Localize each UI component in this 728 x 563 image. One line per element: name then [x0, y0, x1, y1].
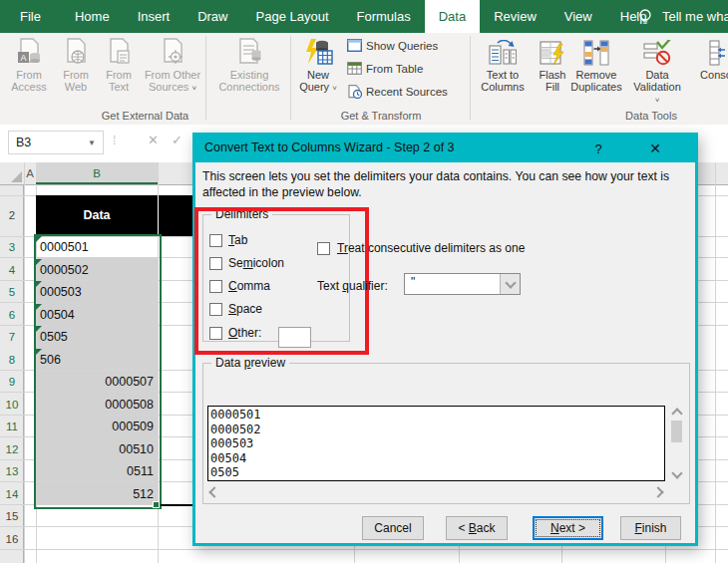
- text-qualifier-value: ": [411, 275, 415, 289]
- tab-review[interactable]: Review: [480, 0, 550, 33]
- from-table-button[interactable]: From Table: [347, 62, 423, 75]
- group-label-get-transform: Get & Transform: [292, 110, 470, 122]
- tab-data[interactable]: Data: [425, 0, 480, 33]
- scroll-down-icon[interactable]: [671, 467, 682, 478]
- column-header-a[interactable]: A: [24, 162, 36, 184]
- row-headers-selected: 3 4 5 6 7 8 9 10 11 12 13 14: [0, 236, 24, 505]
- preview-line: 00504: [210, 451, 662, 466]
- new-query-button[interactable]: New Query ˅: [295, 36, 341, 95]
- next-button[interactable]: Next >: [533, 516, 603, 540]
- data-validation-button[interactable]: Data Validation ˅: [630, 36, 684, 107]
- row-header-11[interactable]: 11: [0, 416, 24, 438]
- row-header-9[interactable]: 9: [0, 371, 24, 394]
- row-header-6[interactable]: 6: [0, 304, 24, 327]
- cancel-button[interactable]: Cancel: [362, 516, 424, 540]
- preview-vertical-scrollbar[interactable]: [669, 406, 684, 481]
- text-to-columns-label: Text to Columns: [477, 69, 529, 93]
- from-text-label: From Text: [98, 69, 140, 93]
- from-table-label: From Table: [366, 63, 423, 75]
- from-text-button[interactable]: From Text: [98, 36, 140, 93]
- fill-handle[interactable]: [153, 501, 160, 508]
- scroll-left-icon[interactable]: [208, 486, 219, 497]
- consolidate-button[interactable]: Conso: [688, 36, 728, 81]
- recent-sources-button[interactable]: Recent Sources: [347, 85, 448, 99]
- row-header-12[interactable]: 12: [0, 438, 24, 461]
- row-header-7[interactable]: 7: [0, 326, 24, 349]
- from-other-sources-icon: [161, 36, 184, 66]
- tab-insert[interactable]: Insert: [124, 0, 184, 33]
- consolidate-label: Conso: [700, 69, 728, 81]
- enter-entry-icon[interactable]: ✓: [172, 133, 182, 147]
- preview-line: 0000502: [210, 422, 662, 437]
- from-web-button[interactable]: From Web: [56, 36, 96, 93]
- chevron-down-icon: ˅: [655, 96, 660, 105]
- name-box-value: B3: [16, 136, 31, 149]
- existing-connections-icon: [236, 36, 262, 66]
- row-header-14[interactable]: 14: [0, 483, 24, 506]
- preview-horizontal-scrollbar[interactable]: [207, 485, 665, 498]
- row-header-4[interactable]: 4: [0, 259, 24, 282]
- column-b-selected-underline: [36, 182, 158, 184]
- gridline-bottom-3: [561, 546, 562, 563]
- data-header-cell[interactable]: Data: [36, 195, 192, 236]
- select-all-corner[interactable]: [0, 162, 24, 184]
- dropdown-arrow-button[interactable]: [500, 274, 520, 294]
- column-header-b[interactable]: B: [36, 162, 158, 184]
- group-separator: [470, 36, 471, 120]
- group-label-data-tools: Data Tools: [472, 110, 728, 122]
- name-box-dropdown-icon[interactable]: ▼: [88, 139, 96, 147]
- dialog-help-button[interactable]: ?: [589, 141, 607, 156]
- data-validation-icon: [643, 36, 671, 66]
- wizard-dialog: Convert Text to Columns Wizard - Step 2 …: [192, 133, 698, 546]
- data-preview-groupbox: Data preview 0000501 0000502 000503 0050…: [202, 363, 690, 504]
- group-inner-separator: [205, 36, 206, 120]
- name-box[interactable]: B3 ▼: [8, 131, 104, 154]
- remove-duplicates-button[interactable]: Remove Duplicates: [564, 36, 628, 93]
- row-header-13[interactable]: 13: [0, 460, 24, 483]
- from-text-icon: [107, 36, 131, 66]
- ribbon: A From Access From Web From Text From Ot…: [0, 33, 728, 126]
- tab-page-layout[interactable]: Page Layout: [242, 0, 343, 33]
- back-button[interactable]: < Back: [446, 516, 508, 540]
- from-access-button[interactable]: A From Access: [6, 36, 52, 93]
- select-all-triangle-icon: [11, 171, 22, 182]
- checkbox-icon[interactable]: [317, 242, 330, 255]
- preview-line: 0505: [210, 465, 662, 480]
- gridline-bottom-2: [459, 546, 460, 563]
- text-to-columns-button[interactable]: Text to Columns: [477, 36, 529, 93]
- row-header-3[interactable]: 3: [0, 236, 24, 259]
- chevron-down-icon: ˅: [332, 84, 337, 93]
- tab-formulas[interactable]: Formulas: [343, 0, 425, 33]
- existing-connections-button[interactable]: Existing Connections: [211, 36, 287, 93]
- tell-me-label: Tell me what y: [662, 9, 728, 24]
- scroll-up-icon[interactable]: [671, 408, 682, 419]
- row-header-15[interactable]: 15: [0, 505, 24, 528]
- row-header-16[interactable]: 16: [0, 528, 24, 551]
- tab-file[interactable]: File: [0, 0, 61, 33]
- row-header-2[interactable]: 2: [0, 195, 24, 236]
- scrollbar-thumb[interactable]: [671, 421, 682, 442]
- tell-me-box[interactable]: Tell me what y: [638, 0, 728, 33]
- formula-bar-separator: ⁞: [113, 134, 116, 147]
- preview-line: 000503: [210, 436, 662, 451]
- from-other-sources-button[interactable]: From Other Sources ˅: [142, 36, 203, 95]
- tab-view[interactable]: View: [550, 0, 606, 33]
- tab-draw[interactable]: Draw: [183, 0, 241, 33]
- new-query-label: New Query ˅: [295, 69, 341, 95]
- finish-button[interactable]: Finish: [620, 516, 681, 540]
- text-qualifier-dropdown[interactable]: ": [404, 273, 521, 295]
- row-header-8[interactable]: 8: [0, 349, 24, 372]
- scroll-right-icon[interactable]: [652, 486, 663, 497]
- dialog-title-bar[interactable]: Convert Text to Columns Wizard - Step 2 …: [192, 133, 698, 162]
- from-other-sources-label: From Other Sources ˅: [142, 69, 203, 95]
- preview-line: 0000501: [210, 408, 662, 422]
- excel-window: File Home Insert Draw Page Layout Formul…: [0, 0, 728, 563]
- row-header-10[interactable]: 10: [0, 394, 24, 417]
- cancel-entry-icon[interactable]: ✕: [148, 133, 159, 147]
- show-queries-button[interactable]: Show Queries: [347, 39, 438, 52]
- data-preview-box[interactable]: 0000501 0000502 000503 00504 0505: [207, 406, 665, 481]
- row-header-5[interactable]: 5: [0, 281, 24, 304]
- dialog-close-button[interactable]: ✕: [645, 141, 665, 156]
- treat-consecutive-checkbox-row[interactable]: Treat consecutive delimiters as one: [317, 241, 525, 255]
- tab-home[interactable]: Home: [61, 0, 124, 33]
